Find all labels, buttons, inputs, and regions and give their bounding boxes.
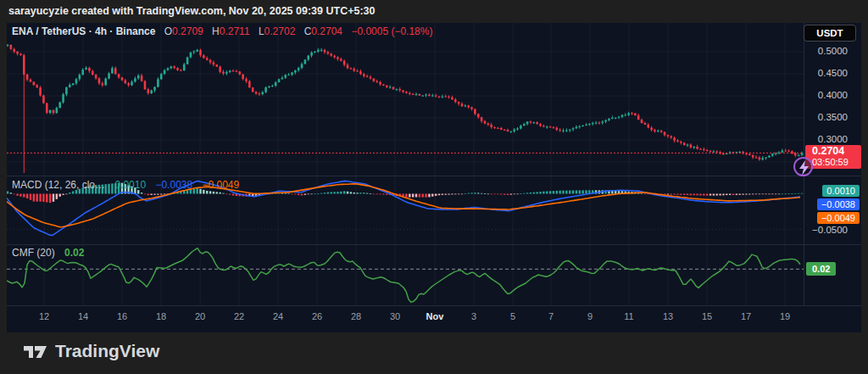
ohlc-low: L0.2702 — [253, 25, 295, 37]
time-axis-label: 5 — [510, 311, 515, 321]
pane-separator[interactable] — [7, 244, 861, 245]
time-axis-label: Nov — [426, 311, 444, 321]
tradingview-snapshot: sarayucyzie created with TradingView.com… — [0, 0, 868, 374]
time-axis-label: 20 — [195, 311, 205, 321]
macd-signal-badge: −0.0049 — [817, 212, 860, 224]
price-tick: 0.4500 — [805, 68, 848, 78]
time-axis-label: 19 — [780, 311, 790, 321]
tradingview-logo[interactable]: TradingView — [22, 340, 159, 362]
time-axis-label: 17 — [741, 311, 751, 321]
time-axis-label: 28 — [351, 311, 361, 321]
time-axis-label: 12 — [39, 311, 49, 321]
symbol-legend[interactable]: ENA / TetherUS · 4h · Binance O0.2709 H0… — [12, 25, 432, 37]
bar-countdown: 03:50:59 — [812, 157, 861, 168]
time-axis-label: 26 — [312, 311, 322, 321]
macd-axis-tick: −0.0500 — [805, 225, 848, 235]
macd-hist-badge: 0.0010 — [822, 185, 860, 197]
tradingview-logo-text: TradingView — [55, 341, 159, 361]
time-axis-label: 11 — [624, 311, 633, 321]
time-axis-label: 22 — [234, 311, 244, 321]
macd-line-value: −0.0038 — [155, 179, 192, 191]
time-axis-label: 13 — [663, 311, 673, 321]
macd-signal-value: −0.0049 — [203, 179, 240, 191]
pane-separator[interactable] — [7, 176, 861, 176]
tradingview-logo-icon — [22, 340, 47, 362]
macd-legend[interactable]: MACD (12, 26, clo… 0.0010 −0.0038 −0.004… — [12, 179, 239, 191]
time-axis-label: 14 — [78, 311, 88, 321]
time-axis-label: 30 — [390, 311, 400, 321]
footer: TradingView — [0, 332, 868, 374]
currency-toggle-button[interactable]: USDT — [804, 25, 856, 42]
time-axis-label: 3 — [471, 311, 476, 321]
symbol-title[interactable]: ENA / TetherUS · 4h · Binance — [12, 25, 155, 37]
ohlc-high: H0.2711 — [206, 25, 249, 37]
price-tick: 0.3000 — [805, 134, 848, 144]
lightning-badge-icon — [793, 157, 813, 176]
cmf-title[interactable]: CMF (20) — [12, 247, 55, 259]
last-price-badge: 0.2704 03:50:59 — [805, 145, 861, 169]
price-tick: 0.3500 — [805, 112, 848, 122]
last-price: 0.2704 — [812, 146, 861, 157]
macd-line-badge: −0.0038 — [817, 198, 860, 210]
ohlc-close: C0.2704 — [298, 25, 342, 37]
cmf-legend[interactable]: CMF (20) 0.02 — [12, 247, 84, 259]
macd-title[interactable]: MACD (12, 26, clo… — [12, 179, 105, 191]
time-axis-label: 9 — [587, 311, 593, 321]
ohlc-open: O0.2709 — [159, 25, 203, 37]
macd-hist-value: 0.0010 — [114, 179, 146, 191]
time-axis-label: 16 — [117, 311, 127, 321]
chart-area[interactable]: ENA / TetherUS · 4h · Binance O0.2709 H0… — [7, 23, 861, 332]
price-tick: 0.5000 — [805, 46, 848, 56]
cmf-value-badge: 0.02 — [806, 262, 836, 276]
time-axis-label: 24 — [273, 311, 283, 321]
time-axis-label: 18 — [156, 311, 166, 321]
time-axis-label: 7 — [548, 311, 554, 321]
price-change: −0.0005 (−0.18%) — [351, 25, 432, 37]
price-tick: 0.4000 — [805, 90, 848, 100]
time-axis-label: 15 — [702, 311, 712, 321]
time-axis-separator — [7, 305, 861, 306]
cmf-value: 0.02 — [64, 247, 84, 259]
